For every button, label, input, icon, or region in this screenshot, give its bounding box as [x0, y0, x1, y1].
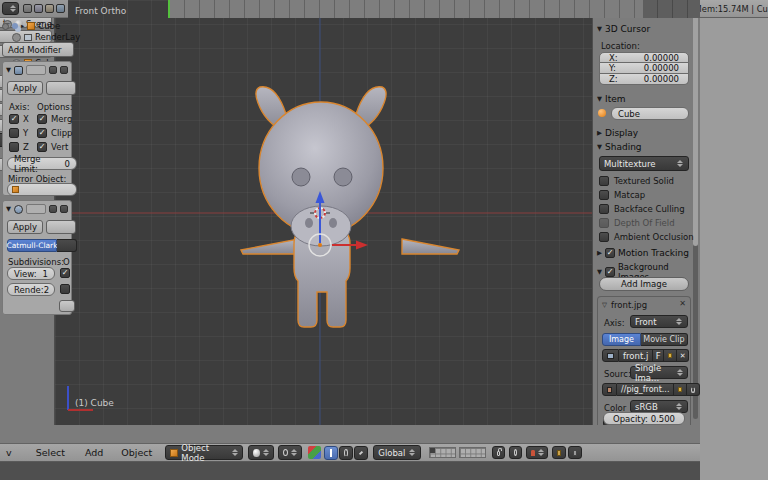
spinner-icon [408, 449, 416, 456]
filepath-field[interactable]: //pig_front... [617, 383, 674, 396]
file-icon [607, 387, 612, 393]
display-panel-header[interactable]: ▶ Display [597, 128, 638, 138]
button-label: Add Image [621, 279, 667, 289]
folder-icon [668, 353, 672, 358]
scrollbar-track[interactable] [693, 6, 698, 419]
item-panel-header[interactable]: ▼ Item [597, 94, 626, 104]
checkbox[interactable] [599, 204, 609, 214]
spinner-icon [291, 449, 297, 456]
triangle-down-icon: ▼ [597, 268, 602, 276]
bg-image-header[interactable]: ▽ front.jpg [602, 300, 647, 310]
checkbox[interactable] [599, 232, 609, 242]
ambient-occlusion-toggle[interactable]: Ambient Occlusion [599, 232, 694, 242]
scale-manipulator-button[interactable] [354, 446, 368, 460]
menu-object[interactable]: Object [118, 447, 155, 458]
checkbox[interactable] [599, 176, 609, 186]
browse-file-button[interactable] [674, 383, 687, 396]
fake-user-button[interactable]: F [653, 349, 664, 362]
cursor-z-field[interactable]: Z: 0.00000 [599, 74, 689, 85]
menu-view[interactable]: v [3, 447, 15, 458]
viewport-shading-select[interactable] [248, 445, 274, 460]
bg-source-tabs: Image Movie Clip [602, 333, 688, 346]
shading-mode-select[interactable]: Multitexture [599, 156, 689, 171]
shading-sphere-icon [253, 449, 260, 457]
cursor-x-field[interactable]: X: 0.00000 [599, 52, 689, 63]
render-opengl-button[interactable] [552, 446, 566, 459]
cursor-panel-header[interactable]: ▼ 3D Cursor [597, 24, 650, 34]
checkbox[interactable] [599, 218, 609, 228]
menu-add[interactable]: Add [82, 447, 106, 458]
reload-image-button[interactable] [687, 383, 700, 396]
layer-group-1[interactable] [429, 447, 456, 458]
triangle-down-icon: ▼ [597, 95, 602, 103]
selected-orientation: Global [378, 448, 405, 458]
viewport-scene-svg [55, 0, 592, 425]
viewport-canvas[interactable]: Front Ortho (1) Cube [55, 0, 592, 425]
backface-culling-toggle[interactable]: Backface Culling [599, 204, 685, 214]
textured-solid-toggle[interactable]: Textured Solid [599, 176, 674, 186]
snap-button[interactable] [526, 446, 548, 459]
spinner-icon [263, 449, 270, 456]
menu-select[interactable]: Select [33, 447, 68, 458]
field-value: 0.00000 [644, 63, 679, 73]
layer-group-2[interactable] [459, 447, 486, 458]
object-name-field[interactable]: Cube [611, 107, 689, 120]
refresh-icon [691, 387, 695, 393]
checkbox[interactable]: ✓ [605, 248, 615, 258]
active-layer-cell[interactable] [430, 448, 435, 453]
opacity-slider[interactable]: Opacity: 0.500 [603, 412, 685, 425]
depth-of-field-toggle[interactable]: Depth Of Field [599, 218, 675, 228]
transform-orientation-select[interactable]: Global [373, 445, 421, 460]
add-image-button[interactable]: Add Image [599, 277, 689, 291]
rotate-manipulator-button[interactable] [339, 446, 353, 460]
background-image-box: ▽ front.jpg ✕ Axis: Front Image Movie Cl… [597, 296, 691, 425]
pig-left-arm [241, 239, 298, 254]
image-name-field[interactable]: front.j [619, 349, 653, 362]
field-value: 0.00000 [644, 53, 679, 63]
n-properties-panel: Render Border ▼ 3D Cursor Location: X: 0… [592, 0, 700, 425]
gizmo-x-arrowhead[interactable] [356, 241, 368, 250]
field-label: X: [609, 53, 618, 63]
remove-image-icon[interactable]: ✕ [679, 299, 686, 308]
lock-to-scene-button[interactable] [492, 446, 505, 459]
rotate-icon [344, 449, 348, 457]
open-file-button[interactable] [664, 349, 677, 362]
lock-icon [497, 451, 500, 456]
layers-widget[interactable] [429, 447, 486, 458]
selected-mode: Object Mode [181, 443, 228, 463]
filepath-icon-button[interactable] [602, 383, 617, 396]
tab-movie-clip[interactable]: Movie Clip [641, 333, 688, 346]
toggle-label: Backface Culling [614, 204, 685, 214]
scrollbar-thumb[interactable] [693, 6, 698, 246]
manipulator-widget-toggle[interactable] [308, 446, 321, 459]
translate-manipulator-button[interactable] [324, 446, 338, 460]
panel-title: Item [605, 94, 626, 104]
bg-axis-select[interactable]: Front [630, 315, 688, 328]
timeline-editor[interactable] [0, 462, 700, 480]
checkbox[interactable]: ✓ [605, 267, 615, 277]
tab-image[interactable]: Image [602, 333, 641, 346]
object-name: Cube [618, 109, 640, 119]
spinner-icon [676, 160, 684, 167]
motion-tracking-panel-header[interactable]: ▶ ✓ Motion Tracking [597, 248, 689, 258]
pivot-point-select[interactable] [278, 445, 302, 460]
render-opengl-anim-button[interactable] [568, 446, 582, 459]
source-label: Sourc: [604, 369, 631, 379]
mode-select[interactable]: Object Mode [165, 445, 243, 460]
unlink-image-button[interactable]: ✕ [677, 349, 689, 362]
cursor-y-field[interactable]: Y: 0.00000 [599, 63, 689, 74]
proportional-edit-button[interactable] [509, 446, 522, 459]
image-browse-button[interactable] [602, 349, 619, 362]
checkbox[interactable] [599, 190, 609, 200]
field-label: Y: [609, 63, 616, 73]
spinner-icon [231, 449, 238, 456]
shading-panel-header[interactable]: ▼ Shading [597, 142, 642, 152]
check-icon: ✓ [607, 268, 614, 276]
pig-model-object[interactable] [241, 87, 459, 327]
source-select[interactable]: Single Ima... [630, 366, 688, 379]
image-datablock-row: front.j F ✕ [602, 349, 688, 362]
toggle-label: Textured Solid [614, 176, 674, 186]
scale-icon [359, 450, 363, 454]
matcap-toggle[interactable]: Matcap [599, 190, 645, 200]
object-mode-icon [170, 449, 178, 457]
